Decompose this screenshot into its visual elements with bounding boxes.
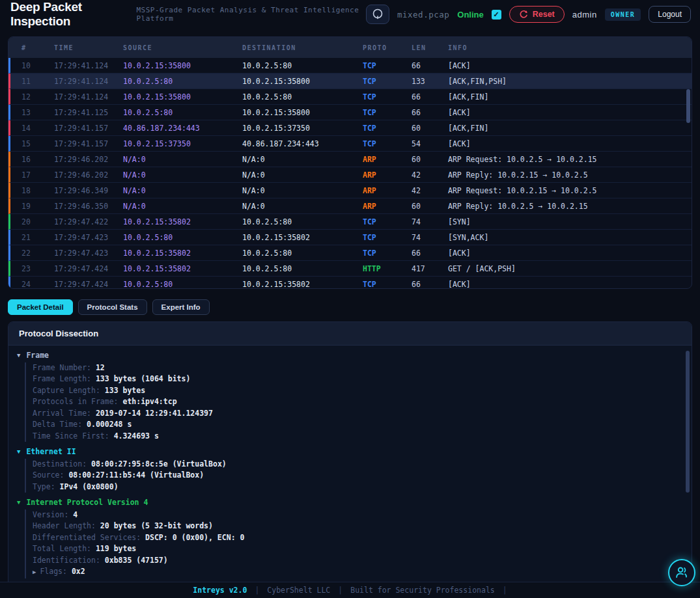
cell-time: 17:29:46.349 (54, 186, 123, 195)
cell-dst: N/A:0 (242, 186, 363, 195)
logout-button[interactable]: Logout (649, 6, 691, 23)
cell-len: 74 (412, 233, 448, 242)
field-label: Total Length: (33, 544, 96, 553)
packet-row-17[interactable]: 1717:29:46.202N/A:0N/A:0ARP42ARP Reply: … (8, 167, 692, 183)
cell-info: ARP Reply: 10.0.2.5 → 10.0.2.15 (448, 202, 692, 211)
tab-protocol-stats[interactable]: Protocol Stats (78, 299, 147, 315)
column-header-proto: PROTO (363, 44, 412, 51)
packet-row-18[interactable]: 1817:29:46.349N/A:0N/A:0ARP42ARP Request… (8, 183, 692, 198)
cell-info: GET / [ACK,PSH] (448, 264, 692, 273)
field-value: 133 bytes (105, 386, 145, 395)
packet-row-21[interactable]: 2117:29:47.42310.0.2.5:8010.0.2.15:35802… (8, 230, 692, 245)
field-protocols-in-frame: Protocols in Frame: eth:ipv4:tcp (33, 396, 682, 408)
cell-time: 17:29:47.424 (54, 280, 123, 289)
panel-scrollbar-thumb[interactable] (686, 351, 690, 493)
field-frame-length: Frame Length: 133 bytes (1064 bits) (33, 374, 682, 385)
packet-row-11[interactable]: 1117:29:41.12410.0.2.5:8010.0.2.15:35800… (8, 74, 692, 89)
cell-proto: TCP (363, 280, 412, 289)
field-value: 133 bytes (1064 bits) (96, 374, 190, 383)
detail-tabbar: Packet DetailProtocol StatsExpert Info (8, 299, 210, 315)
packet-row-23[interactable]: 2317:29:47.42410.0.2.15:3580210.0.2.5:80… (8, 261, 692, 277)
section-header[interactable]: ▼Ethernet II (17, 446, 682, 459)
field-value: 12 (96, 363, 105, 372)
field-capture-length: Capture Length: 133 bytes (33, 385, 682, 397)
field-label: Capture Length: (33, 386, 105, 395)
section-internet-protocol-version-4: ▼Internet Protocol Version 4Version: 4He… (17, 497, 682, 578)
field-label: Type: (33, 482, 60, 491)
column-header-destination: DESTINATION (242, 44, 363, 51)
cell-info: [ACK] (448, 280, 692, 289)
cell-num: 16 (21, 155, 54, 164)
cell-info: ARP Request: 10.0.2.5 → 10.0.2.15 (448, 155, 692, 164)
section-ethernet-ii: ▼Ethernet IIDestination: 08:00:27:95:8c:… (17, 446, 682, 493)
packet-row-24[interactable]: 2417:29:47.42410.0.2.5:8010.0.2.15:35802… (8, 277, 692, 289)
field-flags[interactable]: ▶Flags: 0x2 (33, 566, 682, 578)
section-header[interactable]: ▼Frame (17, 350, 682, 362)
cell-time: 17:29:47.423 (54, 233, 123, 242)
field-value: 0x2 (72, 567, 85, 576)
field-label: Protocols in Frame: (33, 397, 122, 406)
packet-row-13[interactable]: 1317:29:41.12510.0.2.5:8010.0.2.15:35800… (8, 105, 692, 120)
packet-row-19[interactable]: 1917:29:46.350N/A:0N/A:0ARP60ARP Reply: … (8, 198, 692, 214)
field-total-length: Total Length: 119 bytes (33, 543, 682, 555)
packet-row-20[interactable]: 2017:29:47.42210.0.2.15:3580210.0.2.5:80… (8, 214, 692, 230)
packet-row-16[interactable]: 1617:29:46.202N/A:0N/A:0ARP60ARP Request… (8, 152, 692, 167)
cell-num: 11 (21, 77, 54, 86)
cell-info: [ACK] (448, 139, 692, 148)
reset-button[interactable]: Reset (509, 6, 565, 23)
field-value: 08:00:27:11:b5:44 (VirtualBox) (68, 470, 204, 480)
column-header-time: TIME (54, 44, 123, 51)
packet-row-15[interactable]: 1517:29:41.15710.0.2.15:3735040.86.187.2… (8, 136, 692, 152)
cell-proto: TCP (363, 124, 412, 133)
cell-time: 17:29:46.202 (54, 155, 123, 164)
field-type: Type: IPv4 (0x0800) (33, 482, 682, 493)
expand-triangle-icon: ▼ (17, 448, 20, 455)
collapsed-triangle-icon: ▶ (33, 569, 36, 575)
field-time-since-first: Time Since First: 4.324693 s (33, 431, 682, 442)
online-checkbox[interactable]: ✓ (492, 10, 501, 20)
app-header: Deep Packet Inspection MSSP-Grade Packet… (0, 0, 700, 29)
cell-info: [ACK,FIN] (448, 92, 692, 102)
field-label: Arrival Time: (33, 409, 96, 418)
tab-packet-detail[interactable]: Packet Detail (8, 299, 73, 315)
packet-row-22[interactable]: 2217:29:47.42310.0.2.15:3580210.0.2.5:80… (8, 245, 692, 261)
cell-dst: 10.0.2.15:37350 (242, 124, 363, 133)
section-header[interactable]: ▼Internet Protocol Version 4 (17, 497, 682, 510)
cell-dst: 40.86.187.234:443 (242, 139, 363, 148)
tab-expert-info[interactable]: Expert Info (152, 299, 210, 315)
cell-time: 17:29:41.124 (54, 61, 123, 70)
radar-icon (371, 8, 384, 21)
cell-info: [ACK] (448, 61, 692, 70)
field-label: Flags: (40, 567, 71, 576)
cell-proto: TCP (363, 249, 412, 258)
cell-proto: TCP (363, 92, 412, 102)
role-badge: OWNER (605, 8, 641, 21)
field-label: Identification: (33, 556, 105, 565)
cell-proto: ARP (363, 155, 412, 164)
cell-len: 74 (412, 217, 448, 226)
cell-num: 14 (21, 124, 54, 133)
cell-time: 17:29:46.350 (54, 202, 123, 211)
reset-label: Reset (533, 10, 555, 19)
field-label: Time Since First: (33, 431, 114, 441)
cell-len: 60 (412, 202, 448, 211)
cell-dst: 10.0.2.5:80 (242, 264, 363, 273)
section-fields: Destination: 08:00:27:95:8c:5e (VirtualB… (25, 459, 682, 493)
cell-dst: 10.0.2.5:80 (242, 217, 363, 226)
support-chat-button[interactable] (668, 559, 695, 586)
field-destination: Destination: 08:00:27:95:8c:5e (VirtualB… (33, 459, 682, 470)
packet-row-14[interactable]: 1417:29:41.15740.86.187.234:44310.0.2.15… (8, 120, 692, 136)
table-scrollbar-thumb[interactable] (686, 89, 690, 123)
cell-time: 17:29:46.202 (54, 170, 123, 180)
column-header-: # (21, 44, 54, 51)
cell-dst: 10.0.2.15:35802 (242, 280, 363, 289)
cell-proto: TCP (363, 139, 412, 148)
packet-row-12[interactable]: 1217:29:41.12410.0.2.15:3580010.0.2.5:80… (8, 89, 692, 105)
field-arrival-time: Arrival Time: 2019-07-14 12:29:41.124397 (33, 408, 682, 420)
capture-scope-button[interactable] (366, 5, 389, 24)
cell-time: 17:29:41.125 (54, 108, 123, 117)
field-label: Header Length: (33, 521, 100, 530)
footer-separator: | (255, 586, 259, 595)
packet-row-10[interactable]: 1017:29:41.12410.0.2.15:3580010.0.2.5:80… (8, 58, 692, 74)
cell-num: 15 (21, 139, 54, 148)
